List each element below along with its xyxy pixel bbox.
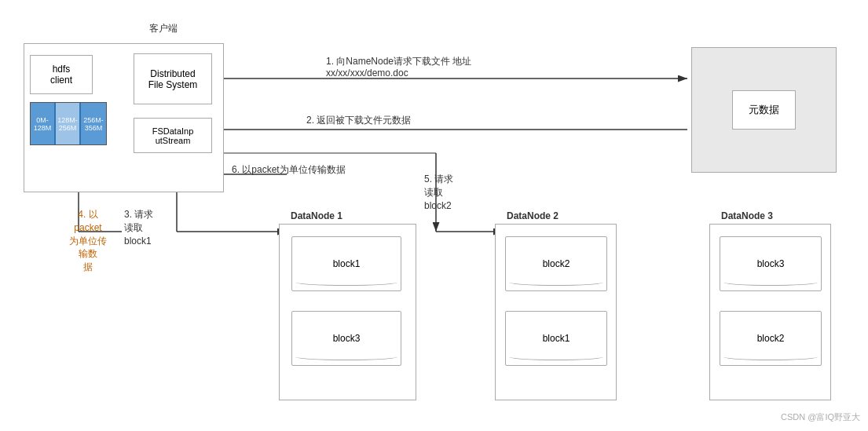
fsdatastream-box: FSDataInp utStream [134,118,212,153]
block1-dn2: block1 [505,311,607,366]
watermark: CSDN @富IQ野亚大 [781,411,860,423]
step2-label: 2. 返回被下载文件元数据 [306,114,411,127]
hdfs-client-box: hdfs client [30,55,93,94]
block2-dn3: block2 [720,311,822,366]
block1-dn1: block1 [291,236,401,291]
metadata-label: 元数据 [732,90,796,130]
datanode1-box: block1 block3 [279,224,416,400]
step5-label: 5. 请求 读取 block2 [424,173,453,212]
datanode3-label: DataNode 3 [721,210,773,221]
datanode2-box: block2 block1 [495,224,617,400]
namenode-box: 元数据 [691,47,837,173]
block3-dn3: block3 [720,236,822,291]
step6-label: 6. 以packet为单位传输数据 [232,163,346,177]
datanode2-label: DataNode 2 [507,210,559,221]
block3-dn1: block3 [291,311,401,366]
datanode1-label: DataNode 1 [291,210,342,221]
segment-bar: 0M- 128M 128M- 256M 256M- 356M [30,102,107,145]
step4-label: 4. 以 packet 为单位传 输数 据 [69,208,107,274]
client-label: 客户端 [149,22,178,35]
datanode3-box: block3 block2 [709,224,831,400]
diagram-container: 客户端 1. 向NameNode请求下载文件 地址 xx/xx/xxx/demo… [0,0,868,431]
dfs-box: Distributed File System [134,53,212,104]
block2-dn2: block2 [505,236,607,291]
step1-path-label: xx/xx/xxx/demo.doc [326,68,408,79]
step3-label: 3. 请求 读取 block1 [124,208,153,247]
step1-label: 1. 向NameNode请求下载文件 地址 [326,55,471,68]
